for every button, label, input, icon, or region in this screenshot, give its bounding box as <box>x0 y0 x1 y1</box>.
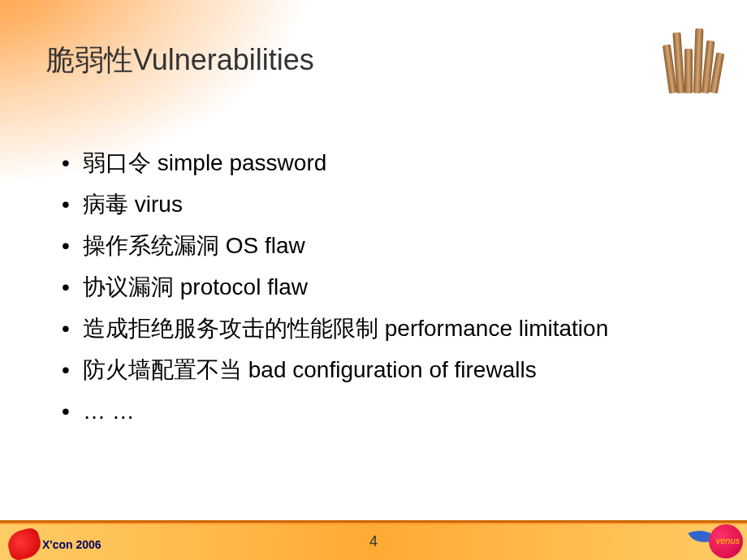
list-item: 造成拒绝服务攻击的性能限制 performance limitation <box>62 308 608 349</box>
xcon-logo: X'con 2006 <box>8 530 101 558</box>
page-number: 4 <box>369 533 378 550</box>
list-item: 防火墙配置不当 bad configuration of firewalls <box>62 349 608 390</box>
list-item: 病毒 virus <box>62 183 608 225</box>
dragon-icon <box>5 526 44 560</box>
venus-logo: venus <box>690 524 743 558</box>
list-item: … … <box>62 390 608 432</box>
list-item: 协议漏洞 protocol flaw <box>62 266 608 308</box>
list-item: 弱口令 simple password <box>62 142 608 183</box>
xcon-logo-text: X'con 2006 <box>42 538 101 551</box>
venus-logo-text: venus <box>716 536 740 545</box>
list-item: 操作系统漏洞 OS flaw <box>62 225 608 266</box>
bullet-list: 弱口令 simple password 病毒 virus 操作系统漏洞 OS f… <box>62 142 608 432</box>
slide-title: 脆弱性Vulnerabilities <box>45 41 314 80</box>
barrel-illustration <box>650 12 739 101</box>
